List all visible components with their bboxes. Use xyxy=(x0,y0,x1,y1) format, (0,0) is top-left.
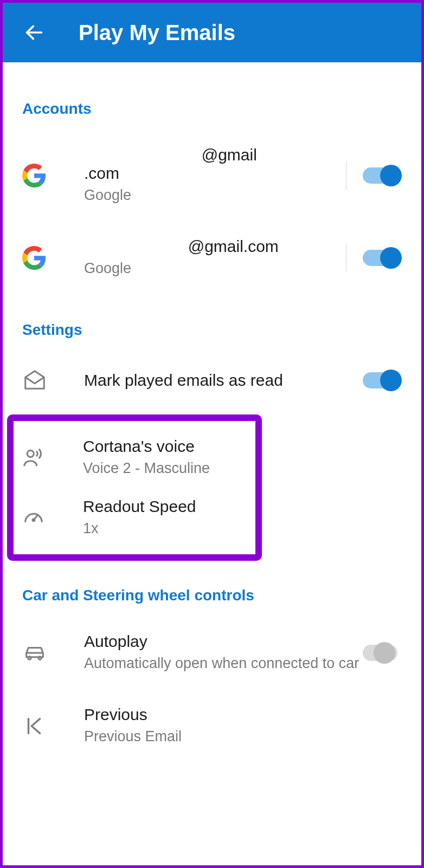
previous-sub: Previous Email xyxy=(84,727,402,746)
previous-row[interactable]: Previous Previous Email xyxy=(22,689,402,762)
back-button[interactable] xyxy=(22,21,46,44)
account-provider: Google xyxy=(84,259,341,278)
account-row[interactable]: @gmail.com Google xyxy=(22,129,402,221)
autoplay-title: Autoplay xyxy=(84,632,361,651)
account-email: @gmail.com xyxy=(84,237,341,256)
mark-read-toggle[interactable] xyxy=(361,370,402,391)
voice-title: Cortana's voice xyxy=(83,437,248,456)
page-title: Play My Emails xyxy=(79,21,235,45)
autoplay-toggle[interactable] xyxy=(361,642,402,664)
readout-speed-row[interactable]: Readout Speed 1x xyxy=(21,488,248,548)
speed-title: Readout Speed xyxy=(83,497,248,516)
app-header: Play My Emails xyxy=(3,3,421,62)
skip-previous-icon xyxy=(22,714,55,739)
svg-point-3 xyxy=(33,519,35,521)
divider xyxy=(346,161,346,190)
google-icon xyxy=(22,246,55,270)
section-settings-header: Settings xyxy=(22,321,402,339)
voice-icon xyxy=(21,445,54,470)
content: Accounts @gmail.com Google xyxy=(3,62,421,763)
cortana-voice-row[interactable]: Cortana's voice Voice 2 - Masculine xyxy=(21,427,248,488)
envelope-open-icon xyxy=(22,368,55,393)
mark-read-row[interactable]: Mark played emails as read xyxy=(22,351,402,410)
account-toggle[interactable] xyxy=(361,247,402,269)
account-row[interactable]: @gmail.com Google xyxy=(22,221,402,294)
section-car-header: Car and Steering wheel controls xyxy=(22,587,402,604)
gauge-icon xyxy=(21,506,54,530)
autoplay-sub: Automatically open when connected to car xyxy=(84,654,361,673)
account-provider: Google xyxy=(84,186,341,205)
divider xyxy=(346,244,346,272)
highlighted-settings: Cortana's voice Voice 2 - Masculine Read… xyxy=(7,414,262,561)
google-icon xyxy=(22,164,55,187)
section-accounts-header: Accounts xyxy=(22,100,402,118)
account-toggle[interactable] xyxy=(361,165,402,186)
mark-read-title: Mark played emails as read xyxy=(84,371,361,390)
car-icon xyxy=(22,640,55,665)
arrow-left-icon xyxy=(23,22,45,43)
autoplay-row[interactable]: Autoplay Automatically open when connect… xyxy=(22,616,402,689)
account-email: @gmail.com xyxy=(84,146,341,183)
previous-title: Previous xyxy=(84,705,402,724)
svg-point-4 xyxy=(28,657,31,659)
voice-sub: Voice 2 - Masculine xyxy=(83,459,248,478)
svg-point-1 xyxy=(27,450,34,457)
svg-point-5 xyxy=(38,657,41,659)
speed-sub: 1x xyxy=(83,519,248,538)
